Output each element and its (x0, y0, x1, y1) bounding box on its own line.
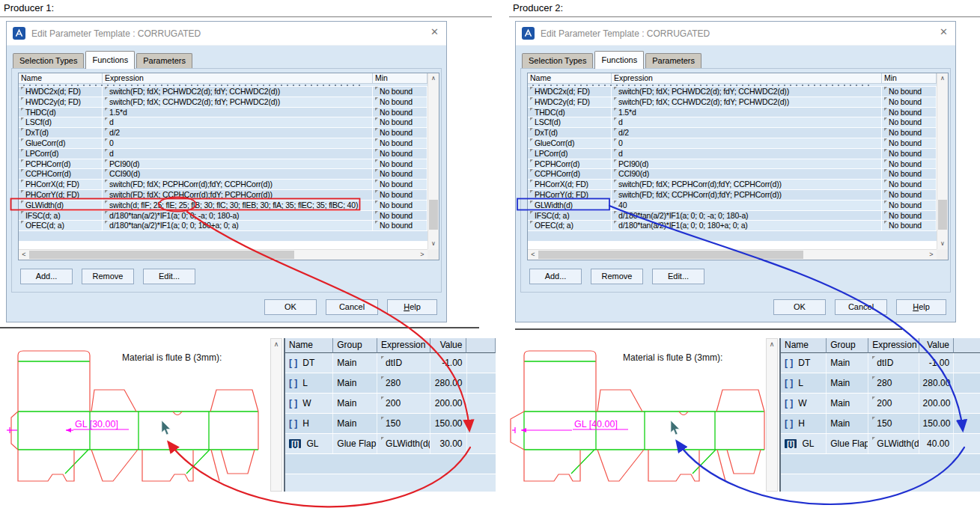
readonly-flag-icon (884, 201, 887, 204)
param-row-h[interactable]: [ ]HMain150150.00 (781, 414, 980, 434)
ok-button[interactable]: OK (264, 299, 317, 315)
scrollbar-thumb[interactable] (29, 251, 294, 259)
function-row-phcorry[interactable]: PHCorrY(d; FD)switch(FD; fdX; CCPHCorr(d… (528, 190, 948, 201)
function-row-phcorrx[interactable]: PHCorrX(d; FD)switch(FD; fdX; PCPHCorr(d… (528, 180, 948, 190)
scrollbar-thumb[interactable] (429, 200, 438, 230)
readonly-flag-icon (884, 108, 887, 111)
scroll-left-icon[interactable]: < (19, 250, 29, 260)
column-header-name[interactable]: Name (285, 338, 333, 353)
function-row-phcorry[interactable]: PHCorrY(d; FD)switch(FD; fdX; CCPHCorr(d… (19, 190, 439, 201)
scroll-down-icon[interactable]: ∨ (937, 239, 948, 249)
scroll-up-icon[interactable]: ∧ (767, 339, 777, 351)
function-row-lpcorr[interactable]: LPCorr(d)dNo bound (19, 149, 439, 159)
cancel-button[interactable]: Cancel (326, 299, 378, 315)
param-row-gl[interactable]: [I]GLGlue FlapGLWidth(d())40.00 (781, 434, 980, 454)
close-icon[interactable]: ✕ (430, 26, 439, 37)
function-row-gluecorr[interactable]: GlueCorr(d)0No bound (19, 138, 439, 149)
column-header-value[interactable]: Value (430, 338, 467, 353)
scroll-left-icon[interactable]: < (528, 250, 538, 260)
function-row-lscf[interactable]: LSCf(d)dNo bound (528, 117, 948, 128)
param-row-l[interactable]: [ ]LMain280280.00 (781, 373, 980, 394)
param-row-w[interactable]: [ ]WMain200200.00 (781, 394, 980, 414)
function-row-glwidth[interactable]: GLWidth(d)switch(d; flF; 25; flE; 25; fl… (19, 201, 439, 211)
column-header-name[interactable]: Name (781, 338, 827, 353)
function-row-hwdc2y[interactable]: HWDC2y(d; FD)switch(FD; fdX; CCHWDC2(d);… (528, 97, 948, 108)
function-row-ccphcorr[interactable]: CCPHCorr(d)CCI90(d)No bound (19, 169, 439, 180)
horizontal-scrollbar[interactable]: < > (19, 249, 427, 260)
param-row-dt[interactable]: [ ]DTMaindtID-1.00 (781, 353, 980, 373)
tab-parameters[interactable]: Parameters (136, 53, 192, 69)
box-blank-canvas[interactable]: Material is flute B (3mm):GL [40.00] (509, 332, 765, 494)
cancel-button[interactable]: Cancel (835, 299, 887, 315)
param-expression: 150 (868, 414, 919, 434)
edit-button[interactable]: Edit... (652, 269, 704, 284)
param-row-gl[interactable]: [I]GLGlue FlapGLWidth(d())30.00 (285, 434, 496, 454)
vertical-scrollbar[interactable]: ∧ ∨ (937, 73, 948, 249)
function-row-ofec[interactable]: OFEC(d; a)d/180*tan(a/2)*IF1(a; 0; 0; 18… (528, 221, 948, 231)
function-row-hwdc2x[interactable]: HWDC2x(d; FD)switch(FD; fdX; PCHWDC2(d);… (19, 87, 439, 97)
function-row-thdc[interactable]: THDC(d)1.5*dNo bound (528, 108, 948, 118)
tab-selection-types[interactable]: Selection Types (522, 53, 593, 69)
add-button[interactable]: Add... (529, 269, 582, 284)
tab-parameters[interactable]: Parameters (645, 53, 701, 69)
function-row-hwdc2y[interactable]: HWDC2y(d; FD)switch(FD; fdX; CCHWDC2(d);… (19, 97, 439, 108)
function-row-pcphcorr[interactable]: PCPHCorr(d)PCI90(d)No bound (528, 159, 948, 170)
param-row-h[interactable]: [ ]HMain150150.00 (285, 414, 496, 434)
readonly-flag-icon (375, 108, 378, 111)
function-row-glwidth[interactable]: GLWidth(d)40No bound (528, 201, 948, 211)
column-header-expression[interactable]: Expression (377, 338, 430, 353)
help-button[interactable]: Help (387, 299, 437, 315)
tab-functions[interactable]: Functions (85, 51, 135, 69)
parameter-table: NameGroupExpressionValue[ ]DTMaindtID-1.… (284, 338, 496, 492)
scrollbar-thumb[interactable] (538, 251, 803, 259)
column-header-group[interactable]: Group (333, 338, 377, 353)
scroll-up-icon[interactable]: ∧ (428, 73, 439, 84)
function-row-dxt[interactable]: DxT(d)d/2No bound (19, 128, 439, 138)
param-row-dt[interactable]: [ ]DTMaindtID-1.00 (285, 353, 496, 373)
function-row-lscf[interactable]: LSCf(d)dNo bound (19, 117, 439, 128)
param-row-l[interactable]: [ ]LMain280280.00 (285, 373, 496, 394)
function-row-lpcorr[interactable]: LPCorr(d)dNo bound (528, 149, 948, 159)
function-row-pcphcorr[interactable]: PCPHCorr(d)PCI90(d)No bound (19, 159, 439, 170)
function-row-gluecorr[interactable]: GlueCorr(d)0No bound (528, 138, 948, 149)
column-header-name[interactable]: Name (19, 73, 103, 83)
column-header-min[interactable]: Min (882, 73, 937, 83)
remove-button[interactable]: Remove (591, 269, 643, 284)
column-header-expression[interactable]: Expression (612, 73, 882, 83)
column-header-expression[interactable]: Expression (103, 73, 373, 83)
function-row-dxt[interactable]: DxT(d)d/2No bound (528, 128, 948, 138)
column-header-min[interactable]: Min (373, 73, 427, 83)
function-row-ofec[interactable]: OFEC(d; a)d/180*tan(a/2)*IF1(a; 0; 0; 18… (19, 221, 439, 231)
function-row-phcorrx[interactable]: PHCorrX(d; FD)switch(FD; fdX; PCPHCorr(d… (19, 180, 439, 190)
function-row-hwdc2x[interactable]: HWDC2x(d; FD)switch(FD; fdX; PCHWDC2(d);… (528, 87, 948, 97)
column-header-value[interactable]: Value (919, 338, 955, 353)
remove-button[interactable]: Remove (82, 269, 134, 284)
tab-functions[interactable]: Functions (594, 51, 644, 69)
column-header-expression[interactable]: Expression (868, 338, 919, 353)
scroll-up-icon[interactable]: ∧ (271, 339, 281, 351)
function-row-ccphcorr[interactable]: CCPHCorr(d)CCI90(d)No bound (528, 169, 948, 180)
close-icon[interactable]: ✕ (940, 26, 948, 37)
column-header-name[interactable]: Name (528, 73, 612, 83)
column-header-group[interactable]: Group (827, 338, 868, 353)
drawing-scrollbar[interactable]: ∧ (766, 338, 778, 492)
edit-button[interactable]: Edit... (143, 269, 195, 284)
vertical-scrollbar[interactable]: ∧ ∨ (427, 73, 439, 249)
scroll-right-icon[interactable]: > (417, 250, 427, 260)
drawing-scrollbar[interactable]: ∧ (270, 338, 282, 492)
box-blank-canvas[interactable]: Material is flute B (3mm):GL [30.00] (0, 332, 270, 494)
tab-selection-types[interactable]: Selection Types (13, 53, 84, 69)
ok-button[interactable]: OK (773, 299, 826, 315)
scrollbar-thumb[interactable] (938, 200, 947, 230)
horizontal-scrollbar[interactable]: < > (528, 249, 937, 260)
param-expression: 200 (868, 394, 919, 414)
param-row-w[interactable]: [ ]WMain200200.00 (285, 394, 496, 414)
function-row-thdc[interactable]: THDC(d)1.5*dNo bound (19, 108, 439, 118)
scroll-right-icon[interactable]: > (926, 250, 937, 260)
add-button[interactable]: Add... (20, 269, 73, 284)
scroll-up-icon[interactable]: ∧ (937, 73, 948, 84)
scroll-down-icon[interactable]: ∨ (428, 239, 439, 249)
help-button[interactable]: Help (896, 299, 946, 315)
function-row-ifsc[interactable]: IFSC(d; a)d/180*tan(a/2)*IF1(a; 0; 0; -a… (19, 211, 439, 221)
function-row-ifsc[interactable]: IFSC(d; a)d/180*tan(a/2)*IF1(a; 0; 0; -a… (528, 211, 948, 221)
